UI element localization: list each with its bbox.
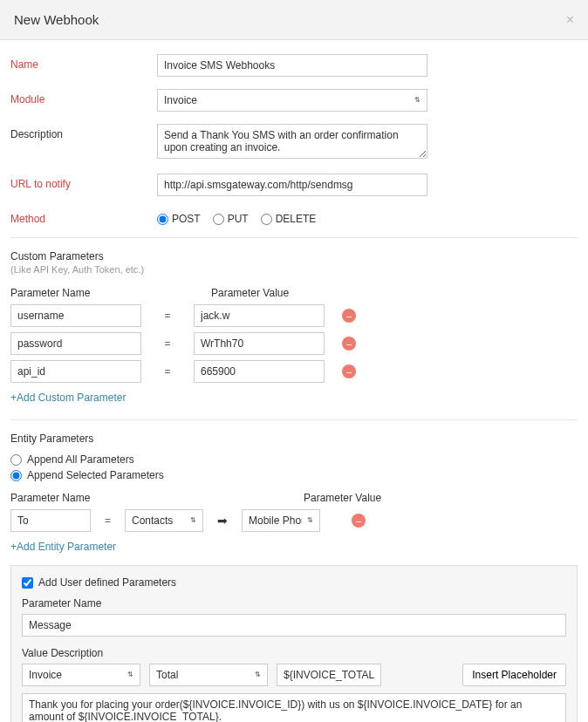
append-selected-radio[interactable]: Append Selected Parameters bbox=[10, 469, 578, 481]
dialog-header: New Webhook × bbox=[0, 0, 588, 40]
custom-param-row: = – bbox=[10, 332, 578, 355]
equals-icon: = bbox=[105, 514, 111, 527]
value-desc-select2[interactable]: Total bbox=[149, 664, 268, 686]
value-desc-select1[interactable]: Invoice bbox=[22, 664, 140, 686]
user-defined-section: Add User defined Parameters Parameter Na… bbox=[10, 565, 578, 722]
remove-icon[interactable]: – bbox=[342, 309, 356, 323]
entity-target-select[interactable]: Mobile Phone bbox=[242, 509, 320, 532]
ud-param-name-label: Parameter Name bbox=[22, 597, 566, 610]
method-post-radio[interactable]: POST bbox=[157, 213, 201, 225]
method-label: Method bbox=[10, 208, 157, 225]
method-put-radio[interactable]: PUT bbox=[213, 213, 249, 225]
ud-param-name-input[interactable] bbox=[22, 614, 566, 637]
remove-icon[interactable]: – bbox=[342, 337, 356, 351]
entity-param-name-header: Parameter Name bbox=[10, 492, 304, 504]
module-label: Module bbox=[10, 89, 157, 106]
message-textarea[interactable]: Thank you for placing your order(${INVOI… bbox=[22, 693, 566, 722]
user-defined-label: Add User defined Parameters bbox=[38, 576, 176, 589]
custom-param-value-input[interactable] bbox=[194, 304, 325, 327]
description-textarea[interactable]: Send a Thank You SMS with an order confi… bbox=[157, 124, 427, 159]
module-select[interactable]: Invoice bbox=[157, 89, 427, 112]
custom-param-name-input[interactable] bbox=[10, 360, 141, 383]
remove-icon[interactable]: – bbox=[352, 514, 366, 528]
remove-icon[interactable]: – bbox=[342, 364, 356, 378]
entity-param-name-input[interactable] bbox=[10, 509, 91, 532]
placeholder-value-input[interactable] bbox=[277, 664, 381, 686]
custom-param-value-input[interactable] bbox=[194, 332, 325, 355]
custom-param-name-input[interactable] bbox=[10, 332, 141, 355]
custom-param-value-input[interactable] bbox=[194, 360, 325, 383]
dialog-body: Name Module Invoice ⇅ Description Send a… bbox=[0, 40, 588, 722]
equals-icon: = bbox=[141, 337, 194, 350]
equals-icon: = bbox=[141, 310, 194, 322]
value-desc-label: Value Description bbox=[22, 647, 566, 659]
custom-param-name-input[interactable] bbox=[10, 304, 141, 327]
arrow-right-icon: ➡ bbox=[217, 514, 228, 528]
entity-params-title: Entity Parameters bbox=[10, 433, 578, 445]
name-label: Name bbox=[10, 54, 157, 71]
custom-params-subtitle: (Like API Key, Auth Token, etc.) bbox=[10, 264, 578, 275]
param-value-header: Parameter Value bbox=[211, 287, 359, 299]
custom-params-title: Custom Parameters bbox=[10, 250, 578, 262]
entity-param-row: = Contacts ⇅ ➡ Mobile Phone ⇅ – bbox=[10, 509, 578, 532]
url-label: URL to notify bbox=[10, 174, 157, 190]
add-custom-param-link[interactable]: +Add Custom Parameter bbox=[10, 392, 126, 404]
entity-source-select[interactable]: Contacts bbox=[125, 509, 203, 532]
append-all-radio[interactable]: Append All Parameters bbox=[10, 453, 578, 466]
entity-param-value-header: Parameter Value bbox=[304, 492, 381, 504]
url-input[interactable] bbox=[157, 174, 427, 196]
dialog-title: New Webhook bbox=[14, 12, 574, 27]
param-name-header: Parameter Name bbox=[10, 287, 159, 299]
user-defined-checkbox[interactable] bbox=[22, 577, 33, 589]
equals-icon: = bbox=[141, 365, 194, 378]
custom-param-row: = – bbox=[10, 360, 578, 383]
custom-param-row: = – bbox=[10, 304, 578, 327]
name-input[interactable] bbox=[157, 54, 427, 77]
close-icon[interactable]: × bbox=[566, 12, 574, 28]
insert-placeholder-button[interactable]: Insert Placeholder bbox=[462, 664, 566, 686]
description-label: Description bbox=[10, 124, 157, 140]
method-delete-radio[interactable]: DELETE bbox=[261, 213, 317, 225]
add-entity-param-link[interactable]: +Add Entity Parameter bbox=[10, 541, 116, 553]
